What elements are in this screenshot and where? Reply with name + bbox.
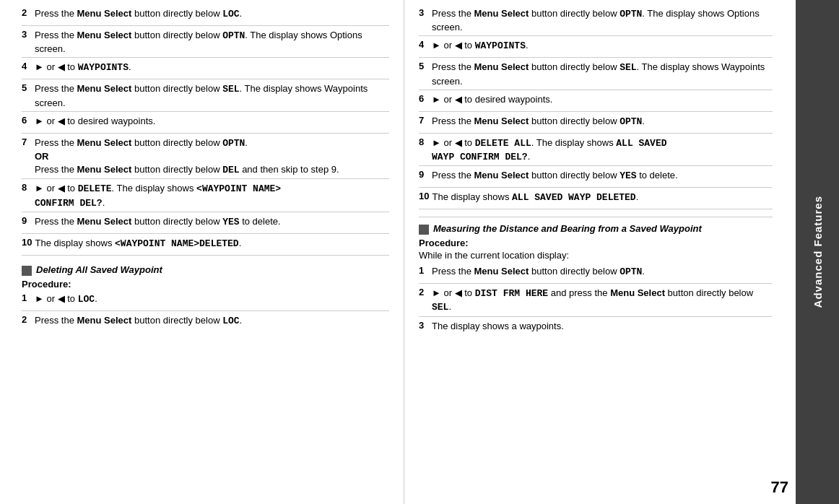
- step-text-4: ► or ◀ to WAYPOINTS.: [35, 59, 389, 74]
- step-text-3-right: Press the Menu Select button directly be…: [432, 6, 773, 34]
- step-6-right: 6 ► or ◀ to desired waypoints.: [419, 92, 773, 112]
- step-num-3-right: 3: [419, 6, 432, 18]
- right-column: 3 Press the Menu Select button directly …: [404, 0, 787, 504]
- sub-step-text-2-left: Press the Menu Select button directly be…: [35, 313, 389, 328]
- step-text-7-right: Press the Menu Select button directly be…: [432, 113, 773, 129]
- section-header-measure: Measuring the Distance and Bearing from …: [419, 217, 773, 235]
- sub-step-num-3-right: 3: [419, 318, 432, 331]
- step-8-right: 8 ► or ◀ to DELETE ALL. The display show…: [419, 135, 773, 166]
- step-num-9: 9: [22, 214, 35, 226]
- step-num-10: 10: [22, 235, 35, 248]
- step-text-3: Press the Menu Select button directly be…: [35, 27, 389, 56]
- section-header-delete-all: Deleting All Saved Waypoint: [22, 264, 389, 276]
- left-column: 2 Press the Menu Select button directly …: [0, 0, 404, 504]
- step-text-6-right: ► or ◀ to desired waypoints.: [432, 92, 773, 106]
- step-num-9-right: 9: [419, 168, 432, 180]
- step-text-10: The display shows <WAYPOINT NAME>DELETED…: [35, 235, 389, 251]
- step-3-left: 3 Press the Menu Select button directly …: [22, 27, 389, 58]
- step-text-4-right: ► or ◀ to WAYPOINTS.: [432, 38, 773, 53]
- section-icon-delete-all: [22, 266, 32, 276]
- sub-step-num-2-left: 2: [22, 313, 35, 325]
- page-number: 77: [771, 478, 788, 497]
- step-num-8: 8: [22, 181, 35, 193]
- sub-step-text-1-right: Press the Menu Select button directly be…: [432, 264, 773, 279]
- sub-step-1-right: 1 Press the Menu Select button directly …: [419, 264, 773, 284]
- step-num-4-right: 4: [419, 38, 432, 50]
- step-7-right: 7 Press the Menu Select button directly …: [419, 113, 773, 134]
- step-num-6-right: 6: [419, 92, 432, 104]
- step-num-7: 7: [22, 135, 35, 147]
- step-10-left: 10 The display shows <WAYPOINT NAME>DELE…: [22, 235, 389, 256]
- step-num-8-right: 8: [419, 135, 432, 147]
- section-icon-measure: [419, 225, 429, 235]
- procedure-desc-right: While in the current location display:: [419, 250, 773, 261]
- step-9-left: 9 Press the Menu Select button directly …: [22, 214, 389, 234]
- sub-step-text-1-left: ► or ◀ to LOC.: [35, 291, 389, 306]
- step-text-5: Press the Menu Select button directly be…: [35, 81, 389, 109]
- step-7-left: 7 Press the Menu Select button directly …: [22, 135, 389, 180]
- step-num-7-right: 7: [419, 113, 432, 126]
- step-text-10-right: The display shows ALL SAVED WAYP DELETED…: [432, 189, 773, 204]
- step-num-10-right: 10: [419, 189, 432, 201]
- step-text-8-right: ► or ◀ to DELETE ALL. The display shows …: [432, 135, 773, 164]
- sub-step-num-2-right: 2: [419, 285, 432, 297]
- main-content: 2 Press the Menu Select button directly …: [0, 0, 839, 504]
- step-num-6: 6: [22, 113, 35, 126]
- step-10-right: 10 The display shows ALL SAVED WAYP DELE…: [419, 189, 773, 209]
- section-title-delete-all: Deleting All Saved Waypoint: [36, 264, 162, 275]
- sub-step-1-left: 1 ► or ◀ to LOC.: [22, 291, 389, 311]
- sub-step-num-1-left: 1: [22, 291, 35, 303]
- step-text-8: ► or ◀ to DELETE. The display shows <WAY…: [35, 181, 389, 209]
- sub-step-text-2-right: ► or ◀ to DIST FRM HERE and press the Me…: [432, 285, 773, 314]
- sub-step-2-left: 2 Press the Menu Select button directly …: [22, 313, 389, 333]
- step-text-5-right: Press the Menu Select button directly be…: [432, 59, 773, 87]
- step-4-right: 4 ► or ◀ to WAYPOINTS.: [419, 38, 773, 58]
- step-text-7: Press the Menu Select button directly be…: [35, 135, 389, 178]
- sub-step-text-3-right: The display shows a waypoints.: [432, 318, 773, 333]
- step-num-4: 4: [22, 59, 35, 71]
- step-6-left: 6 ► or ◀ to desired waypoints.: [22, 113, 389, 134]
- sidebar-text: Advanced Features: [812, 196, 824, 308]
- sidebar: Advanced Features: [796, 0, 839, 504]
- sub-step-2-right: 2 ► or ◀ to DIST FRM HERE and press the …: [419, 285, 773, 316]
- step-2-left: 2 Press the Menu Select button directly …: [22, 6, 389, 26]
- step-num-5: 5: [22, 81, 35, 93]
- section-title-measure: Measuring the Distance and Bearing from …: [433, 223, 702, 234]
- step-text-9-right: Press the Menu Select button directly be…: [432, 168, 773, 183]
- step-5-left: 5 Press the Menu Select button directly …: [22, 81, 389, 111]
- step-num-5-right: 5: [419, 59, 432, 71]
- procedure-label-right: Procedure:: [419, 238, 773, 248]
- step-num-3: 3: [22, 27, 35, 40]
- step-text-9: Press the Menu Select button directly be…: [35, 214, 389, 229]
- step-3-right: 3 Press the Menu Select button directly …: [419, 6, 773, 36]
- step-9-right: 9 Press the Menu Select button directly …: [419, 168, 773, 188]
- procedure-label-left: Procedure:: [22, 279, 389, 290]
- step-text-2: Press the Menu Select button directly be…: [35, 6, 389, 21]
- step-4-left: 4 ► or ◀ to WAYPOINTS.: [22, 59, 389, 79]
- step-text-6: ► or ◀ to desired waypoints.: [35, 113, 389, 128]
- step-num-2: 2: [22, 6, 35, 18]
- sub-step-num-1-right: 1: [419, 264, 432, 276]
- sub-step-3-right: 3 The display shows a waypoints.: [419, 318, 773, 339]
- step-8-left: 8 ► or ◀ to DELETE. The display shows <W…: [22, 181, 389, 212]
- step-5-right: 5 Press the Menu Select button directly …: [419, 59, 773, 90]
